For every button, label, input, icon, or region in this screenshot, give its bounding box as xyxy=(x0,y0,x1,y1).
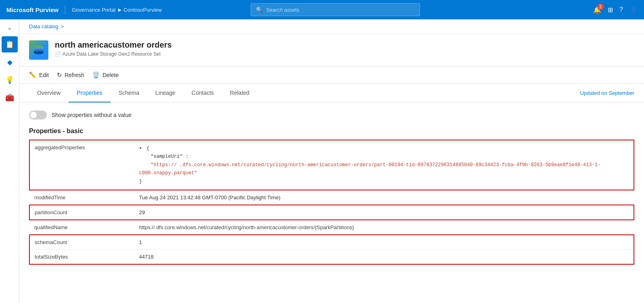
nav-divider xyxy=(65,5,65,15)
prop-key-aggregated: aggregatedProperties xyxy=(29,140,134,190)
notifications-icon[interactable]: 🔔 2 xyxy=(593,6,601,14)
table-row: totalSizeBytes 44718 xyxy=(29,249,634,264)
prop-value-modified: Tue Aug 24 2021 13:42:48 GMT-0700 (Pacif… xyxy=(134,190,634,205)
prop-key-totalsize: totalSizeBytes xyxy=(29,249,134,264)
asset-name: north americacustomer orders xyxy=(55,40,172,50)
tab-updated-text: Updated on September xyxy=(580,84,634,102)
search-icon: 🔍 xyxy=(256,6,263,13)
portal-chevron: ▶ xyxy=(118,7,121,13)
toggle-label: Show properties without a value xyxy=(52,112,131,118)
table-row: schemaCount 1 xyxy=(29,235,634,250)
brand-name: Microsoft Purview xyxy=(6,6,58,13)
json-link-value[interactable]: "https:// .dfs.core.windows.net/curated/… xyxy=(139,162,600,176)
json-open-brace: { xyxy=(146,146,149,151)
breadcrumb: Data catalog > xyxy=(19,19,644,34)
asset-icon-svg xyxy=(32,44,45,56)
tab-related[interactable]: Related xyxy=(222,84,258,102)
user-icon[interactable]: 👤 xyxy=(629,6,638,14)
sidebar-item-catalog[interactable]: 📋 xyxy=(2,36,18,52)
insights-icon: 💡 xyxy=(5,75,14,84)
toggle-row: Show properties without a value xyxy=(29,111,634,119)
table-row: qualifiedName https:// dfs.core.windows.… xyxy=(29,220,634,235)
delete-button[interactable]: 🗑️ Delete xyxy=(92,70,118,80)
tools-icon: 🧰 xyxy=(5,93,14,102)
edit-label: Edit xyxy=(39,72,49,78)
main-content: Data catalog > north americacustomer ord… xyxy=(19,19,644,303)
portal-breadcrumb: Governance Portal ▶ ContosoPurview xyxy=(72,7,162,13)
sidebar-item-insights[interactable]: 💡 xyxy=(2,72,18,88)
asset-title-block: north americacustomer orders 📄 Azure Dat… xyxy=(55,40,172,57)
table-row: partitionCount 29 xyxy=(29,205,634,220)
app-layout: » 📋 ◆ 💡 🧰 Data catalog > xyxy=(0,19,644,303)
tab-lineage[interactable]: Lineage xyxy=(147,84,184,102)
sidebar-item-tools[interactable]: 🧰 xyxy=(2,90,18,106)
properties-table: aggregatedProperties ▾ { "sampleUri" : "… xyxy=(29,140,634,265)
json-block: ▾ { "sampleUri" : "https:// .dfs.core.wi… xyxy=(139,144,629,186)
properties-section: Show properties without a value Properti… xyxy=(19,102,644,273)
breadcrumb-separator: > xyxy=(61,23,64,29)
refresh-icon: ↻ xyxy=(57,71,62,79)
edit-icon: ✏️ xyxy=(29,71,37,79)
refresh-button[interactable]: ↻ Refresh xyxy=(57,70,84,80)
help-icon[interactable]: ? xyxy=(619,6,623,13)
nav-action-icons: 🔔 2 ⊞ ? 👤 xyxy=(593,6,638,14)
notification-badge: 2 xyxy=(597,4,604,10)
breadcrumb-catalog[interactable]: Data catalog xyxy=(29,23,58,29)
asset-header: north americacustomer orders 📄 Azure Dat… xyxy=(19,34,644,67)
asset-type-label: Azure Data Lake Storage Gen2 Resource Se… xyxy=(62,51,160,57)
json-sample-uri-key: "sampleUri" : xyxy=(151,154,189,159)
properties-toggle[interactable] xyxy=(29,111,47,119)
sidebar: » 📋 ◆ 💡 🧰 xyxy=(0,19,19,303)
prop-key-qualified: qualifiedName xyxy=(29,220,134,235)
prop-key-schema: schemaCount xyxy=(29,235,134,250)
tab-properties[interactable]: Properties xyxy=(69,84,110,102)
prop-value-qualified: https:// dfs.core.windows.net/curated/cy… xyxy=(134,220,634,235)
prop-value-aggregated: ▾ { "sampleUri" : "https:// .dfs.core.wi… xyxy=(134,140,634,190)
delete-icon: 🗑️ xyxy=(92,71,100,79)
json-close-brace: } xyxy=(139,179,142,184)
edit-button[interactable]: ✏️ Edit xyxy=(29,70,49,80)
table-row: modifiedTime Tue Aug 24 2021 13:42:48 GM… xyxy=(29,190,634,205)
prop-key-modified: modifiedTime xyxy=(29,190,134,205)
search-input[interactable] xyxy=(266,7,415,13)
asset-icon xyxy=(29,40,48,60)
asset-type-icon: 📄 xyxy=(55,51,61,57)
sidebar-toggle[interactable]: » xyxy=(5,23,14,35)
tab-overview[interactable]: Overview xyxy=(29,84,69,102)
portal-label[interactable]: Governance Portal xyxy=(72,7,115,13)
delete-label: Delete xyxy=(102,72,118,78)
sidebar-item-governance[interactable]: ◆ xyxy=(2,54,18,70)
collapse-icon[interactable]: ▾ xyxy=(139,146,142,151)
table-row: aggregatedProperties ▾ { "sampleUri" : "… xyxy=(29,140,634,190)
top-navigation: Microsoft Purview Governance Portal ▶ Co… xyxy=(0,0,644,19)
prop-value-schema: 1 xyxy=(134,235,634,250)
prop-key-label: aggregatedProperties xyxy=(35,144,85,150)
tab-contacts[interactable]: Contacts xyxy=(183,84,222,102)
section-title: Properties - basic xyxy=(29,127,634,135)
governance-icon: ◆ xyxy=(7,59,12,66)
prop-key-partition: partitionCount xyxy=(29,205,134,220)
tabs-bar: Overview Properties Schema Lineage Conta… xyxy=(19,84,644,102)
refresh-label: Refresh xyxy=(64,72,84,78)
grid-icon[interactable]: ⊞ xyxy=(608,6,613,14)
portal-instance[interactable]: ContosoPurview xyxy=(124,7,162,13)
toggle-knob xyxy=(30,112,37,118)
catalog-icon: 📋 xyxy=(5,40,14,49)
search-bar[interactable]: 🔍 xyxy=(251,3,420,16)
asset-subtitle: 📄 Azure Data Lake Storage Gen2 Resource … xyxy=(55,51,172,57)
prop-value-totalsize: 44718 xyxy=(134,249,634,264)
svg-point-4 xyxy=(34,52,44,54)
tab-schema[interactable]: Schema xyxy=(110,84,147,102)
toolbar: ✏️ Edit ↻ Refresh 🗑️ Delete xyxy=(19,67,644,84)
prop-value-partition: 29 xyxy=(134,205,634,220)
